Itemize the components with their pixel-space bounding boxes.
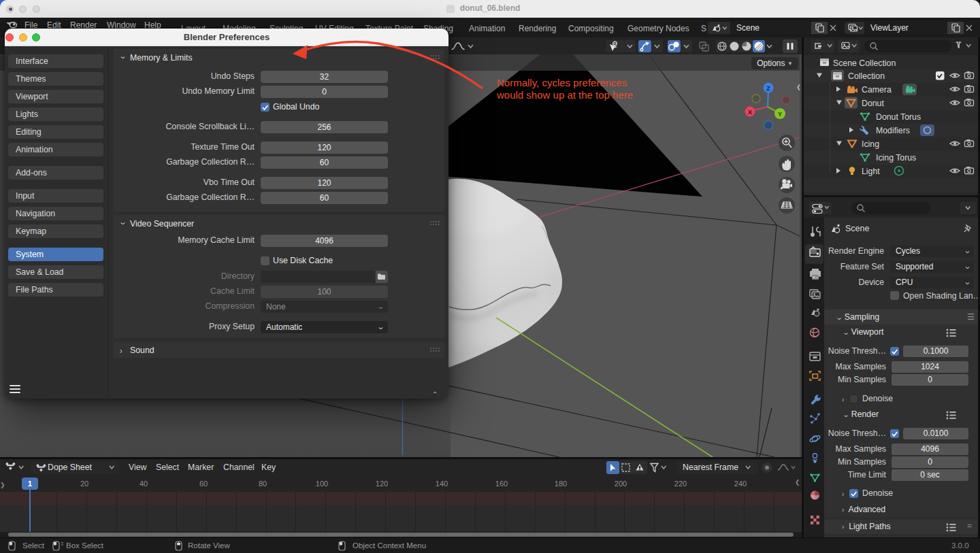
svg-text:Collection: Collection xyxy=(848,71,885,81)
svg-text:Modifiers: Modifiers xyxy=(876,126,910,135)
svg-text:Donut: Donut xyxy=(862,99,884,108)
svg-text:Icing: Icing xyxy=(862,139,879,149)
svg-text:Light: Light xyxy=(862,167,880,176)
svg-text:Y: Y xyxy=(778,111,782,118)
svg-text:Camera: Camera xyxy=(862,85,892,95)
svg-text:Z: Z xyxy=(766,85,770,92)
svg-text:Scene: Scene xyxy=(845,224,869,233)
svg-text:Scene Collection: Scene Collection xyxy=(833,58,896,68)
svg-text:Donut Torus: Donut Torus xyxy=(876,112,921,122)
svg-text:X: X xyxy=(748,109,752,116)
svg-text:Icing Torus: Icing Torus xyxy=(876,153,916,163)
